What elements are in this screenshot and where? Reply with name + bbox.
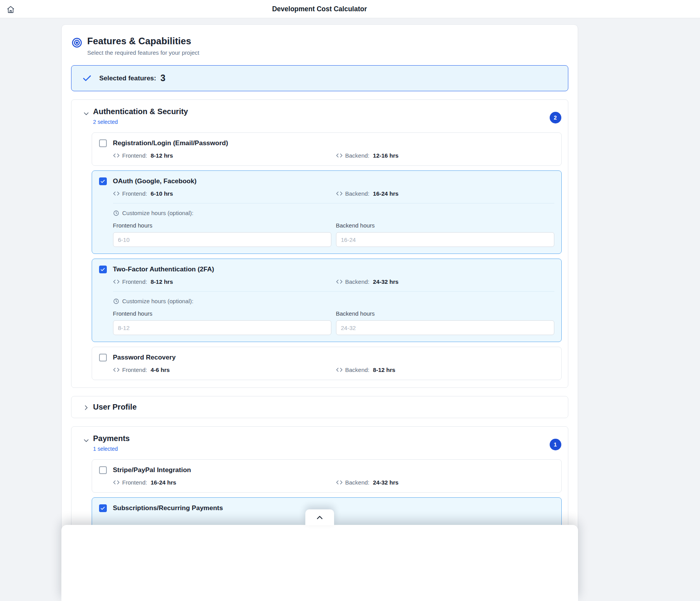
feature-name: Two-Factor Authentication (2FA) — [113, 266, 214, 273]
backend-estimate: Backend: 16-24 hrs — [336, 190, 554, 197]
backend-label: Backend: — [345, 367, 370, 373]
customize-hours-block: Customize hours (optional): Frontend hou… — [113, 291, 554, 335]
section-count-badge: 2 — [550, 112, 561, 123]
section-auth-header[interactable]: Authentication & Security 2 selected 2 — [78, 107, 562, 125]
feature-row-password-recovery: Password Recovery Frontend: 4-6 hrs Back… — [92, 347, 562, 380]
selected-features-label: Selected features: — [99, 75, 156, 82]
code-icon — [113, 479, 120, 486]
section-title: User Profile — [93, 403, 137, 412]
selected-features-banner: Selected features: 3 — [71, 65, 568, 91]
page-subtitle: Select the required features for your pr… — [87, 49, 200, 56]
expand-summary-button[interactable] — [305, 509, 334, 525]
customize-label: Customize hours (optional): — [122, 210, 193, 216]
backend-label: Backend: — [345, 278, 370, 285]
feature-row-registration: Registration/Login (Email/Password) Fron… — [92, 132, 562, 166]
frontend-hours-input[interactable] — [113, 232, 331, 247]
customize-label: Customize hours (optional): — [122, 298, 193, 304]
clock-icon — [113, 210, 119, 216]
frontend-label: Frontend: — [122, 367, 147, 373]
frontend-label: Frontend: — [122, 278, 147, 285]
backend-hours: 24-32 hrs — [373, 479, 399, 486]
checkbox-stripe[interactable] — [99, 466, 107, 474]
checkbox-oauth[interactable] — [99, 177, 107, 185]
selected-features-count: 3 — [160, 73, 165, 83]
chevron-right-icon[interactable] — [82, 404, 90, 412]
backend-hours: 16-24 hrs — [373, 190, 399, 197]
code-icon — [113, 152, 120, 159]
frontend-hours: 4-6 hrs — [151, 367, 170, 373]
section-user-profile-header[interactable]: User Profile — [78, 403, 562, 412]
frontend-hours: 6-10 hrs — [151, 190, 173, 197]
feature-list: Registration/Login (Email/Password) Fron… — [92, 132, 562, 380]
code-icon — [113, 190, 120, 197]
target-icon — [71, 37, 83, 50]
backend-label: Backend: — [345, 190, 370, 197]
frontend-estimate: Frontend: 8-12 hrs — [113, 278, 331, 285]
feature-row-oauth: OAuth (Google, Facebook) Frontend: 6-10 … — [92, 170, 562, 254]
code-icon — [336, 190, 343, 197]
section-count-badge: 1 — [550, 439, 561, 450]
app-title: Development Cost Calculator — [272, 5, 367, 13]
features-card: Features & Capabilities Select the requi… — [61, 24, 578, 575]
section-title: Payments — [93, 434, 130, 443]
frontend-hours-input[interactable] — [113, 320, 331, 335]
frontend-label: Frontend: — [122, 190, 147, 197]
feature-name: Subscriptions/Recurring Payments — [113, 504, 223, 512]
code-icon — [113, 367, 120, 373]
customize-hours-block: Customize hours (optional): Frontend hou… — [113, 203, 554, 247]
frontend-estimate: Frontend: 16-24 hrs — [113, 479, 331, 486]
checkbox-2fa[interactable] — [99, 266, 107, 273]
section-selected-count: 2 selected — [93, 119, 188, 125]
chevron-down-icon[interactable] — [82, 437, 90, 445]
frontend-hours: 8-12 hrs — [151, 152, 173, 159]
section-user-profile: User Profile — [71, 396, 568, 418]
frontend-hours: 16-24 hrs — [151, 479, 176, 486]
backend-label: Backend: — [345, 479, 370, 486]
checkbox-password-recovery[interactable] — [99, 354, 107, 361]
frontend-label: Frontend: — [122, 152, 147, 159]
frontend-estimate: Frontend: 6-10 hrs — [113, 190, 331, 197]
backend-hours-label: Backend hours — [336, 310, 554, 317]
frontend-hours: 8-12 hrs — [151, 278, 173, 285]
page-container: Features & Capabilities Select the requi… — [0, 24, 639, 575]
page-title: Features & Capabilities — [87, 36, 200, 47]
code-icon — [336, 479, 343, 486]
backend-estimate: Backend: 24-32 hrs — [336, 278, 554, 285]
backend-label: Backend: — [345, 152, 370, 159]
backend-hours: 12-16 hrs — [373, 152, 399, 159]
checkbox-subscriptions[interactable] — [99, 504, 107, 512]
frontend-hours-label: Frontend hours — [113, 310, 331, 317]
frontend-estimate: Frontend: 8-12 hrs — [113, 152, 331, 159]
backend-hours: 8-12 hrs — [373, 367, 395, 373]
card-header: Features & Capabilities Select the requi… — [71, 36, 568, 56]
backend-hours: 24-32 hrs — [373, 278, 399, 285]
section-payments-header[interactable]: Payments 1 selected 1 — [78, 434, 562, 452]
code-icon — [336, 152, 343, 159]
feature-name: Stripe/PayPal Integration — [113, 466, 191, 474]
frontend-label: Frontend: — [122, 479, 147, 486]
section-selected-count: 1 selected — [93, 446, 130, 452]
chevron-down-icon[interactable] — [82, 110, 90, 118]
feature-row-stripe: Stripe/PayPal Integration Frontend: 16-2… — [92, 459, 562, 493]
code-icon — [336, 278, 343, 285]
chevron-up-icon — [315, 513, 324, 522]
home-button[interactable] — [6, 5, 15, 14]
backend-estimate: Backend: 24-32 hrs — [336, 479, 554, 486]
frontend-estimate: Frontend: 4-6 hrs — [113, 367, 331, 373]
frontend-hours-label: Frontend hours — [113, 222, 331, 229]
feature-row-2fa: Two-Factor Authentication (2FA) Frontend… — [92, 259, 562, 342]
section-title: Authentication & Security — [93, 107, 188, 116]
clock-icon — [113, 298, 119, 304]
topbar: Development Cost Calculator — [0, 0, 700, 18]
check-icon — [82, 73, 92, 83]
feature-name: OAuth (Google, Facebook) — [113, 177, 197, 185]
backend-hours-label: Backend hours — [336, 222, 554, 229]
code-icon — [113, 278, 120, 285]
code-icon — [336, 367, 343, 373]
checkbox-registration[interactable] — [99, 139, 107, 147]
backend-hours-input[interactable] — [336, 232, 554, 247]
home-icon — [7, 5, 15, 14]
feature-name: Registration/Login (Email/Password) — [113, 139, 228, 147]
backend-hours-input[interactable] — [336, 320, 554, 335]
section-authentication-security: Authentication & Security 2 selected 2 R… — [71, 99, 568, 388]
